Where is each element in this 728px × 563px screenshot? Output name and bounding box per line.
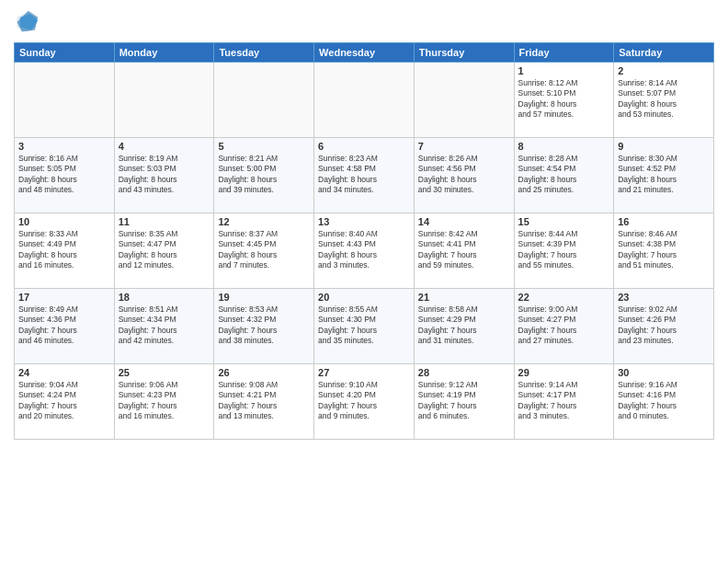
day-info: Sunrise: 8:40 AM Sunset: 4:43 PM Dayligh… [318,229,410,271]
day-info: Sunrise: 8:14 AM Sunset: 5:07 PM Dayligh… [618,78,710,121]
day-number: 15 [518,216,610,227]
day-info: Sunrise: 9:08 AM Sunset: 4:21 PM Dayligh… [218,380,310,422]
day-info: Sunrise: 8:33 AM Sunset: 4:49 PM Dayligh… [18,229,110,271]
weekday-header: Monday [114,43,214,63]
calendar-cell: 30Sunrise: 9:16 AM Sunset: 4:16 PM Dayli… [614,364,714,440]
day-number: 20 [318,292,410,303]
day-info: Sunrise: 8:35 AM Sunset: 4:47 PM Dayligh… [119,229,210,271]
day-info: Sunrise: 8:19 AM Sunset: 5:03 PM Dayligh… [119,154,210,196]
day-info: Sunrise: 8:16 AM Sunset: 5:05 PM Dayligh… [18,154,110,196]
day-number: 30 [618,367,710,378]
weekday-header: Friday [514,43,614,63]
day-number: 19 [218,292,310,303]
day-info: Sunrise: 8:58 AM Sunset: 4:29 PM Dayligh… [418,304,510,347]
day-number: 10 [18,216,110,227]
day-number: 26 [218,367,310,378]
day-info: Sunrise: 8:26 AM Sunset: 4:56 PM Dayligh… [418,154,510,196]
day-info: Sunrise: 9:10 AM Sunset: 4:20 PM Dayligh… [318,380,410,422]
calendar-cell: 27Sunrise: 9:10 AM Sunset: 4:20 PM Dayli… [314,364,415,440]
day-info: Sunrise: 8:42 AM Sunset: 4:41 PM Dayligh… [418,229,510,271]
day-number: 5 [218,141,310,152]
day-number: 11 [119,216,210,227]
calendar-cell: 15Sunrise: 8:44 AM Sunset: 4:39 PM Dayli… [514,213,614,289]
weekday-header-row: SundayMondayTuesdayWednesdayThursdayFrid… [15,43,714,63]
calendar-cell: 16Sunrise: 8:46 AM Sunset: 4:38 PM Dayli… [614,213,714,289]
day-info: Sunrise: 8:49 AM Sunset: 4:36 PM Dayligh… [18,304,110,347]
calendar-cell: 13Sunrise: 8:40 AM Sunset: 4:43 PM Dayli… [314,213,415,289]
day-info: Sunrise: 9:16 AM Sunset: 4:16 PM Dayligh… [618,380,710,422]
logo [14,9,43,35]
calendar-cell [114,63,214,138]
page: SundayMondayTuesdayWednesdayThursdayFrid… [0,0,728,563]
day-number: 27 [318,367,410,378]
day-info: Sunrise: 8:55 AM Sunset: 4:30 PM Dayligh… [318,304,410,347]
day-number: 25 [119,367,210,378]
calendar-week-row: 24Sunrise: 9:04 AM Sunset: 4:24 PM Dayli… [15,364,714,440]
calendar-cell: 19Sunrise: 8:53 AM Sunset: 4:32 PM Dayli… [214,289,314,364]
day-number: 6 [318,141,410,152]
day-number: 2 [618,65,710,76]
day-number: 14 [418,216,510,227]
calendar-cell: 18Sunrise: 8:51 AM Sunset: 4:34 PM Dayli… [114,289,214,364]
calendar-cell: 7Sunrise: 8:26 AM Sunset: 4:56 PM Daylig… [414,138,514,213]
calendar-cell: 29Sunrise: 9:14 AM Sunset: 4:17 PM Dayli… [514,364,614,440]
calendar-week-row: 17Sunrise: 8:49 AM Sunset: 4:36 PM Dayli… [15,289,714,364]
day-info: Sunrise: 9:12 AM Sunset: 4:19 PM Dayligh… [418,380,510,422]
day-info: Sunrise: 8:46 AM Sunset: 4:38 PM Dayligh… [618,229,710,271]
day-info: Sunrise: 9:14 AM Sunset: 4:17 PM Dayligh… [518,380,610,422]
day-number: 21 [418,292,510,303]
day-number: 22 [518,292,610,303]
calendar-cell: 4Sunrise: 8:19 AM Sunset: 5:03 PM Daylig… [114,138,214,213]
calendar-week-row: 3Sunrise: 8:16 AM Sunset: 5:05 PM Daylig… [15,138,714,213]
calendar-cell: 25Sunrise: 9:06 AM Sunset: 4:23 PM Dayli… [114,364,214,440]
calendar-cell: 26Sunrise: 9:08 AM Sunset: 4:21 PM Dayli… [214,364,314,440]
day-number: 9 [618,141,710,152]
calendar-cell [314,63,415,138]
day-info: Sunrise: 8:21 AM Sunset: 5:00 PM Dayligh… [218,154,310,196]
day-info: Sunrise: 8:12 AM Sunset: 5:10 PM Dayligh… [518,78,610,121]
calendar-cell: 11Sunrise: 8:35 AM Sunset: 4:47 PM Dayli… [114,213,214,289]
day-info: Sunrise: 8:23 AM Sunset: 4:58 PM Dayligh… [318,154,410,196]
calendar-cell [414,63,514,138]
calendar-cell: 28Sunrise: 9:12 AM Sunset: 4:19 PM Dayli… [414,364,514,440]
day-info: Sunrise: 8:53 AM Sunset: 4:32 PM Dayligh… [218,304,310,347]
calendar-cell: 2Sunrise: 8:14 AM Sunset: 5:07 PM Daylig… [614,63,714,138]
calendar-cell: 1Sunrise: 8:12 AM Sunset: 5:10 PM Daylig… [514,63,614,138]
day-info: Sunrise: 8:37 AM Sunset: 4:45 PM Dayligh… [218,229,310,271]
day-info: Sunrise: 9:04 AM Sunset: 4:24 PM Dayligh… [18,380,110,422]
calendar-cell: 21Sunrise: 8:58 AM Sunset: 4:29 PM Dayli… [414,289,514,364]
day-number: 23 [618,292,710,303]
calendar-cell: 20Sunrise: 8:55 AM Sunset: 4:30 PM Dayli… [314,289,415,364]
calendar-cell: 6Sunrise: 8:23 AM Sunset: 4:58 PM Daylig… [314,138,415,213]
calendar-cell [214,63,314,138]
calendar-cell: 9Sunrise: 8:30 AM Sunset: 4:52 PM Daylig… [614,138,714,213]
day-number: 17 [18,292,110,303]
day-number: 3 [18,141,110,152]
calendar-cell: 12Sunrise: 8:37 AM Sunset: 4:45 PM Dayli… [214,213,314,289]
day-number: 4 [119,141,210,152]
calendar-cell: 8Sunrise: 8:28 AM Sunset: 4:54 PM Daylig… [514,138,614,213]
day-number: 12 [218,216,310,227]
weekday-header: Thursday [414,43,514,63]
calendar-cell: 3Sunrise: 8:16 AM Sunset: 5:05 PM Daylig… [15,138,115,213]
day-number: 7 [418,141,510,152]
day-number: 28 [418,367,510,378]
header [14,9,714,35]
calendar-week-row: 10Sunrise: 8:33 AM Sunset: 4:49 PM Dayli… [15,213,714,289]
day-info: Sunrise: 9:02 AM Sunset: 4:26 PM Dayligh… [618,304,710,347]
calendar-cell: 23Sunrise: 9:02 AM Sunset: 4:26 PM Dayli… [614,289,714,364]
calendar-week-row: 1Sunrise: 8:12 AM Sunset: 5:10 PM Daylig… [15,63,714,138]
calendar: SundayMondayTuesdayWednesdayThursdayFrid… [14,42,714,440]
weekday-header: Tuesday [214,43,314,63]
day-number: 8 [518,141,610,152]
day-number: 1 [518,65,610,76]
calendar-cell: 14Sunrise: 8:42 AM Sunset: 4:41 PM Dayli… [414,213,514,289]
weekday-header: Wednesday [314,43,415,63]
calendar-cell [15,63,115,138]
day-info: Sunrise: 8:28 AM Sunset: 4:54 PM Dayligh… [518,154,610,196]
calendar-cell: 24Sunrise: 9:04 AM Sunset: 4:24 PM Dayli… [15,364,115,440]
weekday-header: Saturday [614,43,714,63]
weekday-header: Sunday [15,43,115,63]
calendar-cell: 10Sunrise: 8:33 AM Sunset: 4:49 PM Dayli… [15,213,115,289]
calendar-cell: 22Sunrise: 9:00 AM Sunset: 4:27 PM Dayli… [514,289,614,364]
